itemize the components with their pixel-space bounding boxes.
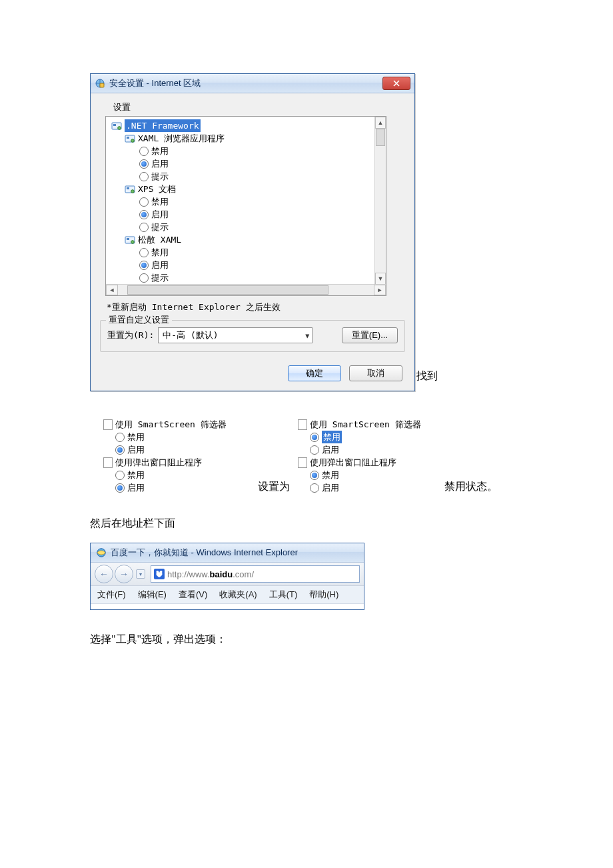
tree-xps-doc[interactable]: XPS 文档 bbox=[138, 183, 176, 195]
paragraph-1: 然后在地址栏下面 bbox=[90, 517, 523, 531]
radio-xps-disable[interactable] bbox=[139, 197, 149, 207]
reset-group-legend: 重置自定义设置 bbox=[106, 314, 172, 326]
menu-help[interactable]: 帮助(H) bbox=[309, 589, 338, 601]
reset-group: 重置自定义设置 重置为(R): 中-高 (默认) ▼ 重置(E)... bbox=[100, 320, 405, 352]
radio-ss-disable-before[interactable] bbox=[115, 433, 125, 442]
paragraph-2: 选择"工具"选项，弹出选项： bbox=[90, 633, 523, 647]
settings-tree[interactable]: .NET Framework XAML 浏览器应用程序 禁用 启用 提示 XPS… bbox=[105, 116, 386, 296]
close-icon bbox=[393, 80, 400, 87]
component-icon bbox=[125, 133, 135, 144]
ie-menubar: 文件(F) 编辑(E) 查看(V) 收藏夹(A) 工具(T) 帮助(H) bbox=[91, 586, 364, 604]
radio-loose-prompt[interactable] bbox=[139, 273, 149, 283]
scroll-down-button[interactable]: ▼ bbox=[375, 273, 386, 285]
chevron-down-icon: ▼ bbox=[305, 332, 309, 339]
scroll-up-button[interactable]: ▲ bbox=[375, 117, 386, 129]
menu-file[interactable]: 文件(F) bbox=[97, 589, 126, 601]
page-icon bbox=[103, 457, 113, 468]
radio-ss-enable-after[interactable] bbox=[310, 445, 319, 455]
horizontal-scrollbar[interactable]: ◄ ► bbox=[106, 284, 386, 295]
page-icon bbox=[298, 419, 307, 430]
svg-point-13 bbox=[131, 240, 135, 243]
radio-ss-enable-before[interactable] bbox=[115, 445, 125, 455]
tree-loose-xaml[interactable]: 松散 XAML bbox=[138, 233, 181, 246]
smartscreen-after: 使用 SmartScreen 筛选器 禁用 启用 使用弹出窗口阻止程序 禁用 启… bbox=[294, 418, 431, 494]
menu-favorites[interactable]: 收藏夹(A) bbox=[219, 589, 257, 601]
scroll-right-button[interactable]: ► bbox=[374, 285, 386, 295]
reset-to-combo[interactable]: 中-高 (默认) ▼ bbox=[158, 327, 312, 343]
radio-pb-enable-before[interactable] bbox=[115, 483, 125, 493]
page-icon bbox=[103, 419, 113, 430]
restart-note: *重新启动 Internet Explorer 之后生效 bbox=[107, 301, 406, 313]
svg-rect-12 bbox=[127, 238, 129, 240]
text-after-snippets: 禁用状态。 bbox=[444, 480, 498, 494]
vscroll-thumb[interactable] bbox=[376, 129, 385, 146]
radio-pb-disable-before[interactable] bbox=[115, 471, 125, 480]
globe-shield-icon bbox=[95, 78, 105, 89]
radio-xaml-enable[interactable] bbox=[139, 159, 149, 169]
cancel-button[interactable]: 取消 bbox=[349, 365, 402, 381]
address-url: http://www.baidu.com/ bbox=[167, 569, 254, 579]
ie-title-text: 百度一下，你就知道 - Windows Internet Explorer bbox=[111, 547, 298, 559]
page-icon bbox=[298, 457, 307, 468]
radio-xps-enable[interactable] bbox=[139, 210, 149, 219]
ie-titlebar[interactable]: 百度一下，你就知道 - Windows Internet Explorer bbox=[91, 543, 364, 563]
ie-navbar: ← → ▾ http://www.baidu.com/ bbox=[91, 563, 364, 586]
menu-tools[interactable]: 工具(T) bbox=[269, 589, 298, 601]
svg-rect-1 bbox=[100, 83, 104, 87]
security-settings-dialog: 安全设置 - Internet 区域 设置 .NET Framework bbox=[90, 73, 415, 391]
nav-forward-button[interactable]: → bbox=[115, 565, 133, 583]
tree-xaml-browser[interactable]: XAML 浏览器应用程序 bbox=[138, 132, 225, 145]
svg-point-4 bbox=[118, 126, 121, 129]
nav-history-dropdown[interactable]: ▾ bbox=[136, 569, 145, 579]
svg-rect-3 bbox=[113, 124, 116, 126]
ie-window: 百度一下，你就知道 - Windows Internet Explorer ← … bbox=[90, 543, 364, 610]
radio-pb-enable-after[interactable] bbox=[310, 483, 319, 493]
reset-to-label: 重置为(R): bbox=[107, 329, 154, 341]
radio-pb-disable-after[interactable] bbox=[310, 471, 319, 480]
component-icon bbox=[125, 184, 135, 195]
radio-loose-disable[interactable] bbox=[139, 248, 149, 257]
vertical-scrollbar[interactable]: ▲ ▼ bbox=[374, 117, 386, 285]
menu-edit[interactable]: 编辑(E) bbox=[138, 589, 167, 601]
radio-loose-enable[interactable] bbox=[139, 261, 149, 270]
site-favicon bbox=[154, 569, 165, 579]
inline-text-after-dialog: 找到 bbox=[416, 369, 438, 383]
radio-xaml-prompt[interactable] bbox=[139, 172, 149, 181]
ie-icon bbox=[96, 547, 107, 558]
tree-net-framework[interactable]: .NET Framework bbox=[125, 119, 201, 132]
text-between-snippets: 设置为 bbox=[258, 480, 290, 494]
radio-ss-disable-after[interactable] bbox=[310, 433, 319, 442]
svg-rect-9 bbox=[127, 187, 129, 189]
ok-button[interactable]: 确定 bbox=[288, 365, 341, 381]
svg-point-7 bbox=[131, 139, 135, 142]
radio-xaml-disable[interactable] bbox=[139, 147, 149, 156]
component-icon bbox=[125, 235, 135, 245]
scroll-left-button[interactable]: ◄ bbox=[106, 285, 118, 295]
close-button[interactable] bbox=[382, 77, 410, 90]
component-icon bbox=[111, 121, 122, 131]
radio-xps-prompt[interactable] bbox=[139, 223, 149, 232]
reset-to-value: 中-高 (默认) bbox=[163, 329, 218, 341]
reset-button[interactable]: 重置(E)... bbox=[342, 327, 398, 343]
dialog-title: 安全设置 - Internet 区域 bbox=[109, 77, 201, 89]
menu-view[interactable]: 查看(V) bbox=[179, 589, 207, 601]
svg-point-10 bbox=[131, 189, 135, 193]
hscroll-thumb[interactable] bbox=[127, 285, 328, 295]
address-bar[interactable]: http://www.baidu.com/ bbox=[151, 565, 360, 583]
nav-back-button[interactable]: ← bbox=[95, 565, 113, 583]
settings-label: 设置 bbox=[113, 101, 406, 113]
dialog-titlebar[interactable]: 安全设置 - Internet 区域 bbox=[91, 74, 414, 93]
smartscreen-before: 使用 SmartScreen 筛选器 禁用 启用 使用弹出窗口阻止程序 禁用 启… bbox=[90, 418, 257, 494]
svg-rect-6 bbox=[127, 137, 129, 139]
